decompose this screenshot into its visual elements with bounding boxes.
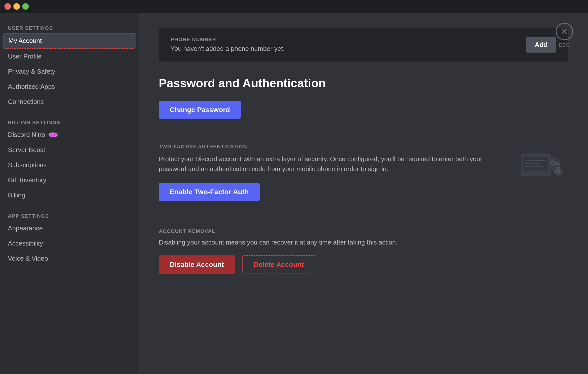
sidebar-item-accessibility[interactable]: Accessibility [3,236,135,251]
change-password-button[interactable]: Change Password [159,101,241,119]
delete-account-button[interactable]: Delete Account [242,255,315,274]
phone-info: Phone Number You haven't added a phone n… [171,37,285,53]
sidebar-item-my-account[interactable]: My Account [3,33,135,49]
sidebar: User Settings My Account User Profile Pr… [0,13,139,374]
traffic-light-maximize[interactable] [22,3,29,10]
svg-rect-5 [525,163,540,164]
content-divider-1 [159,131,568,131]
twofa-illustration [514,144,568,188]
phone-number-value: You haven't added a phone number yet. [171,45,285,53]
svg-rect-17 [561,171,563,172]
sidebar-item-label: Subscriptions [8,161,47,169]
esc-label: ESC [559,42,570,48]
sidebar-item-label: Discord Nitro [8,131,45,139]
sidebar-item-label: Billing [8,191,25,199]
billing-settings-label: Billing Settings [3,117,135,127]
phone-number-label: Phone Number [171,37,285,42]
close-button[interactable]: ✕ [556,23,573,40]
sidebar-item-label: Gift Inventory [8,176,46,184]
sidebar-item-label: Connections [8,98,44,106]
sidebar-item-billing[interactable]: Billing [3,188,135,203]
user-settings-label: User Settings [3,23,135,33]
sidebar-item-discord-nitro[interactable]: Discord Nitro [3,127,135,142]
svg-rect-3 [523,157,548,171]
traffic-light-minimize[interactable] [13,3,20,10]
sidebar-item-voice-video[interactable]: Voice & Video [3,251,135,266]
twofa-text: Two-Factor Authentication Protect your D… [159,144,499,201]
twofa-label: Two-Factor Authentication [159,144,499,150]
account-removal-section: Account Removal Disabling your account m… [159,228,568,274]
svg-rect-10 [558,163,559,165]
sidebar-item-label: Appearance [8,224,43,232]
sidebar-item-label: My Account [8,37,42,45]
account-removal-label: Account Removal [159,228,568,234]
sidebar-divider-1 [8,113,131,113]
disable-account-button[interactable]: Disable Account [159,255,235,274]
sidebar-item-appearance[interactable]: Appearance [3,221,135,236]
sidebar-item-user-profile[interactable]: User Profile [3,49,135,64]
sidebar-item-gift-inventory[interactable]: Gift Inventory [3,173,135,187]
sidebar-item-subscriptions[interactable]: Subscriptions [3,158,135,172]
svg-rect-14 [558,167,559,169]
add-phone-button[interactable]: Add [526,37,556,53]
svg-rect-16 [554,171,556,172]
account-removal-description: Disabling your account means you can rec… [159,239,568,246]
sidebar-item-label: Authorized Apps [8,83,55,91]
svg-rect-15 [558,174,559,176]
svg-rect-4 [525,160,546,161]
twofa-description: Protect your Discord account with an ext… [159,154,499,174]
app-settings-label: App Settings [3,211,135,221]
sidebar-item-privacy-safety[interactable]: Privacy & Safety [3,64,135,79]
main-content: ✕ ESC Phone Number You haven't added a p… [139,13,588,374]
sidebar-item-server-boost[interactable]: Server Boost [3,143,135,157]
close-icon: ✕ [561,26,568,37]
app-container: User Settings My Account User Profile Pr… [0,13,588,374]
twofa-section: Two-Factor Authentication Protect your D… [159,144,568,201]
titlebar [0,0,588,13]
svg-rect-11 [556,163,557,164]
sidebar-item-label: User Profile [8,53,42,60]
sidebar-item-label: Accessibility [8,240,43,247]
svg-rect-6 [525,166,543,167]
removal-buttons: Disable Account Delete Account [159,255,568,274]
sidebar-item-label: Server Boost [8,146,45,154]
traffic-light-close[interactable] [4,3,11,10]
sidebar-item-label: Voice & Video [8,255,48,262]
sidebar-item-label: Privacy & Safety [8,68,55,75]
content-divider-2 [159,216,568,216]
enable-twofa-button[interactable]: Enable Two-Factor Auth [159,183,260,201]
phone-number-section: Phone Number You haven't added a phone n… [159,28,568,62]
sidebar-item-connections[interactable]: Connections [3,94,135,109]
password-auth-title: Password and Authentication [159,76,568,90]
sidebar-divider-2 [8,207,131,207]
close-area[interactable]: ✕ ESC [556,23,573,48]
sidebar-item-authorized-apps[interactable]: Authorized Apps [3,79,135,94]
nitro-icon [48,131,58,138]
